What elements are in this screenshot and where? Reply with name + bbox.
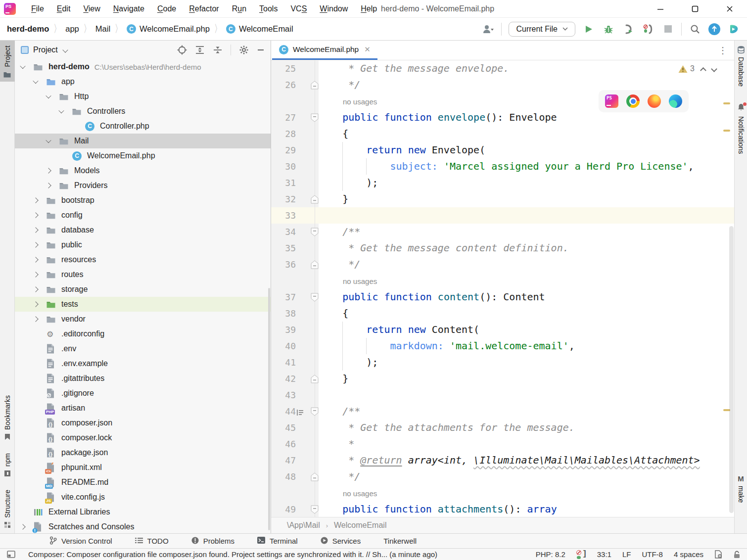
code-style-config-icon[interactable]	[714, 550, 723, 559]
fold-start-icon[interactable]	[311, 292, 319, 304]
caret-position-widget[interactable]: 33:1	[597, 550, 611, 559]
tree-item--env[interactable]: .env	[15, 341, 271, 356]
chevron-right-icon[interactable]	[34, 317, 47, 321]
firefox-icon[interactable]	[648, 94, 661, 108]
run-configuration-select[interactable]: Current File	[509, 22, 575, 37]
locate-file-icon[interactable]	[177, 45, 187, 55]
toolwindow-tab-problems[interactable]: Problems	[191, 537, 234, 546]
menu-help[interactable]: Help	[354, 4, 383, 13]
toolwindow-tab-services[interactable]: Services	[321, 537, 361, 546]
break-at-first-line-icon[interactable]	[642, 23, 654, 36]
tree-item-package-json[interactable]: {}package.json	[15, 445, 271, 460]
code-line-text[interactable]: {	[319, 126, 734, 142]
php-version-widget[interactable]: PHP: 8.2	[536, 550, 565, 559]
debug-button[interactable]	[602, 23, 615, 36]
code-line-text[interactable]: public function content(): Content	[319, 289, 734, 305]
tab-welcomeemail-php[interactable]: C WelcomeEmail.php ✕	[272, 41, 377, 60]
chrome-icon[interactable]	[626, 94, 640, 108]
tree-item-controller-php[interactable]: CController.php	[15, 119, 271, 134]
chevron-down-icon[interactable]	[62, 47, 68, 52]
tree-item-readme-md[interactable]: MDREADME.md	[15, 475, 271, 490]
phpstorm-logo-icon[interactable]: PS	[4, 3, 16, 15]
previous-problem-icon[interactable]	[700, 67, 706, 73]
fold-start-icon[interactable]	[311, 505, 319, 516]
tree-item--env-example[interactable]: .env.example	[15, 356, 271, 371]
code-line-text[interactable]: */	[319, 256, 734, 273]
phpstorm-preview-icon[interactable]: PS	[605, 94, 618, 108]
encoding-widget[interactable]: UTF-8	[642, 550, 663, 559]
lock-icon[interactable]	[734, 551, 740, 559]
maximize-button[interactable]	[678, 0, 712, 18]
chevron-down-icon[interactable]	[21, 65, 34, 69]
tree-item-artisan[interactable]: PHPartisan	[15, 401, 271, 416]
chevron-right-icon[interactable]	[34, 302, 47, 306]
warning-stripe-mark[interactable]	[723, 130, 730, 132]
search-everywhere-icon[interactable]	[689, 23, 701, 36]
chevron-right-icon[interactable]	[34, 228, 47, 232]
code-line-text[interactable]: /**	[319, 403, 734, 420]
code-line-text[interactable]: return new Envelope(	[319, 142, 734, 158]
tree-item-phpunit-xml[interactable]: <>phpunit.xml	[15, 460, 271, 475]
code-line-text[interactable]: * Get the message content definition.	[319, 240, 734, 256]
stripe-tab-make[interactable]: M make	[737, 474, 745, 503]
warning-count[interactable]: 3	[690, 64, 695, 73]
run-button[interactable]	[582, 23, 595, 36]
usage-inlay-hint[interactable]: no usages	[319, 485, 734, 501]
warning-stripe-mark[interactable]	[723, 102, 730, 104]
code-line-text[interactable]: markdown: 'mail.welcome-email',	[319, 338, 734, 354]
inlay-text[interactable]: no usages	[319, 97, 377, 106]
status-message[interactable]: Composer: Composer configuration file co…	[28, 550, 437, 559]
tree-item-vendor[interactable]: vendor	[15, 312, 271, 327]
fold-end-icon[interactable]	[311, 472, 319, 484]
project-tree-scrollbar[interactable]	[268, 288, 270, 530]
tree-item-vite-config-js[interactable]: JSvite.config.js	[15, 490, 271, 505]
tree-item-external-libraries[interactable]: External Libraries	[15, 505, 271, 519]
stripe-tab-notifications[interactable]: Notifications	[737, 103, 745, 154]
chevron-right-icon[interactable]	[34, 287, 47, 291]
chevron-right-icon[interactable]	[34, 213, 47, 217]
code-line-text[interactable]: {	[319, 305, 734, 322]
chevron-right-icon[interactable]	[34, 198, 47, 202]
menu-navigate[interactable]: Navigate	[107, 4, 151, 13]
next-problem-icon[interactable]	[711, 66, 717, 72]
breadcrumb-item-welcomeemail[interactable]: CWelcomeEmail	[226, 24, 293, 34]
xdebug-status-icon[interactable]: ]	[576, 550, 586, 559]
breadcrumb-item-app[interactable]: app	[65, 24, 79, 34]
chevron-down-icon[interactable]	[47, 139, 59, 143]
menu-file[interactable]: File	[25, 4, 50, 13]
project-panel-title[interactable]: Project	[33, 46, 58, 54]
code-line-text[interactable]: *	[319, 436, 734, 452]
toolwindow-tab-tinkerwell[interactable]: Tinkerwell	[383, 537, 417, 545]
tree-item-storage[interactable]: storage	[15, 282, 271, 297]
breadcrumb-class[interactable]: WelcomeEmail	[334, 521, 386, 530]
chevron-right-icon[interactable]	[34, 243, 47, 247]
tree-item-config[interactable]: config	[15, 208, 271, 223]
tree-item-public[interactable]: public	[15, 237, 271, 252]
menu-refactor[interactable]: Refactor	[183, 4, 225, 13]
tree-item-mail[interactable]: Mail	[15, 134, 271, 148]
close-tab-icon[interactable]: ✕	[364, 45, 371, 54]
code-line-text[interactable]: public function attachments(): array	[319, 501, 734, 517]
fold-start-icon[interactable]	[311, 407, 319, 419]
stop-button[interactable]	[661, 23, 674, 36]
inlay-text[interactable]: no usages	[319, 277, 377, 285]
breadcrumb-item-mail[interactable]: Mail	[95, 24, 110, 34]
menu-edit[interactable]: Edit	[50, 4, 77, 13]
fold-end-icon[interactable]	[311, 194, 319, 206]
chevron-right-icon[interactable]	[47, 169, 59, 173]
menu-window[interactable]: Window	[313, 4, 354, 13]
stripe-tab-project[interactable]: Project	[0, 41, 15, 82]
menu-tools[interactable]: Tools	[253, 4, 284, 13]
code-line-text[interactable]: */	[319, 468, 734, 485]
code-line-text[interactable]: );	[319, 354, 734, 371]
tree-item-herd-demo[interactable]: herd-demoC:\Users\sebas\Herd\herd-demo	[15, 59, 271, 74]
tree-item-http[interactable]: Http	[15, 89, 271, 104]
expand-all-icon[interactable]	[195, 45, 205, 55]
code-line-text[interactable]: );	[319, 175, 734, 191]
tree-item-routes[interactable]: routes	[15, 267, 271, 282]
code-line-text[interactable]: }	[319, 191, 734, 207]
stripe-tab-structure[interactable]: Structure	[3, 490, 11, 528]
chevron-right-icon[interactable]	[34, 273, 47, 277]
tree-item--editorconfig[interactable]: ⚙.editorconfig	[15, 327, 271, 341]
tree-item-controllers[interactable]: Controllers	[15, 104, 271, 119]
